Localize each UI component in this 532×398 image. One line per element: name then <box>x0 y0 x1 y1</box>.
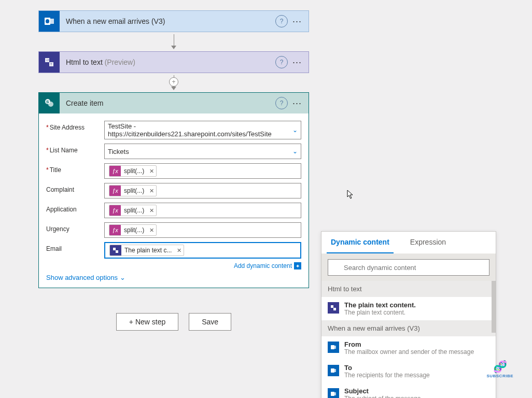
remove-token-icon[interactable]: ✕ <box>147 227 156 234</box>
connector-arrow <box>38 32 309 51</box>
sparkle-icon: ✦ <box>294 262 301 269</box>
svg-rect-19 <box>334 392 336 395</box>
dynamic-item-subject[interactable]: Subject The subject of the message <box>321 383 496 398</box>
svg-rect-16 <box>331 368 334 373</box>
show-advanced-options[interactable]: Show advanced options ⌄ <box>46 269 125 282</box>
save-button[interactable]: Save <box>189 313 231 331</box>
label-complaint: Complaint <box>46 183 104 193</box>
expression-token[interactable]: ƒxsplit(...)✕ <box>109 185 157 196</box>
svg-rect-2 <box>50 19 54 24</box>
sharepoint-icon: S <box>39 93 60 113</box>
svg-rect-10 <box>113 248 116 250</box>
label-list-name: List Name <box>46 144 104 154</box>
svg-text:</>: </> <box>46 59 51 62</box>
search-dynamic-content-input[interactable] <box>328 259 489 276</box>
svg-rect-12 <box>331 305 333 308</box>
help-icon[interactable]: ? <box>275 97 288 109</box>
more-icon[interactable]: ··· <box>290 97 304 109</box>
scrollbar[interactable] <box>492 281 496 333</box>
connector-arrow: + <box>38 73 309 92</box>
chevron-down-icon: ⌄ <box>120 274 125 281</box>
outlook-icon <box>39 11 60 32</box>
chevron-down-icon: ⌄ <box>292 126 298 134</box>
tab-expression[interactable]: Expression <box>406 232 450 253</box>
create-item-title: Create item <box>60 99 275 107</box>
help-icon[interactable]: ? <box>275 15 288 27</box>
email-field[interactable]: The plain text c...✕ <box>104 242 301 259</box>
urgency-field[interactable]: ƒxsplit(...)✕ <box>104 222 301 238</box>
expression-token[interactable]: ƒxsplit(...)✕ <box>109 165 157 177</box>
remove-token-icon[interactable]: ✕ <box>147 168 156 175</box>
more-icon[interactable]: ··· <box>290 15 304 27</box>
svg-text:S: S <box>46 100 49 104</box>
dynamic-token[interactable]: The plain text c...✕ <box>109 245 184 256</box>
insert-step-button[interactable]: + <box>169 77 178 87</box>
trigger-card[interactable]: When a new email arrives (V3) ? ··· <box>38 10 309 32</box>
svg-rect-14 <box>331 345 334 349</box>
complaint-field[interactable]: ƒxsplit(...)✕ <box>104 183 301 198</box>
site-address-select[interactable]: TestSite - https://citizenbuilders221.sh… <box>104 121 301 139</box>
dynamic-content-panel: Dynamic content Expression 🔍 Html to tex… <box>321 231 496 398</box>
svg-rect-1 <box>46 19 49 23</box>
more-icon[interactable]: ··· <box>290 56 304 68</box>
svg-rect-17 <box>334 369 336 372</box>
htmltotext-card[interactable]: </>T Html to text (Preview) ? ··· <box>38 51 309 73</box>
dynamic-item-plaintext[interactable]: The plain text content. The plain text c… <box>321 297 496 320</box>
label-title: Title <box>46 163 104 174</box>
help-icon[interactable]: ? <box>275 56 288 68</box>
remove-token-icon[interactable]: ✕ <box>175 247 184 254</box>
remove-token-icon[interactable]: ✕ <box>147 207 156 214</box>
label-application: Application <box>46 203 104 213</box>
list-name-select[interactable]: Tickets ⌄ <box>104 144 301 159</box>
application-field[interactable]: ƒxsplit(...)✕ <box>104 203 301 218</box>
svg-text:T: T <box>50 63 52 66</box>
label-urgency: Urgency <box>46 222 104 233</box>
svg-rect-15 <box>334 346 336 349</box>
svg-point-8 <box>48 102 53 107</box>
label-email: Email <box>46 242 104 252</box>
create-item-card: S Create item ? ··· Site Address TestSit… <box>38 92 309 288</box>
svg-rect-18 <box>331 392 334 396</box>
tab-dynamic-content[interactable]: Dynamic content <box>327 232 394 253</box>
title-field[interactable]: ƒxsplit(...)✕ <box>104 163 301 179</box>
outlook-icon <box>328 365 339 376</box>
htmltotext-icon <box>328 302 339 314</box>
chevron-down-icon: ⌄ <box>292 148 298 155</box>
dynamic-item-to[interactable]: To The recipients for the message <box>321 360 496 383</box>
label-site-address: Site Address <box>46 121 104 131</box>
group-header: Html to text <box>321 281 496 297</box>
add-dynamic-content-link[interactable]: Add dynamic content ✦ <box>234 262 301 269</box>
outlook-icon <box>328 342 339 353</box>
remove-token-icon[interactable]: ✕ <box>147 188 156 194</box>
outlook-icon <box>328 388 339 398</box>
dynamic-item-from[interactable]: From The mailbox owner and sender of the… <box>321 336 496 360</box>
expression-token[interactable]: ƒxsplit(...)✕ <box>109 224 157 236</box>
group-header: When a new email arrives (V3) <box>321 320 496 336</box>
expression-token[interactable]: ƒxsplit(...)✕ <box>109 205 157 216</box>
svg-rect-13 <box>333 308 336 310</box>
new-step-button[interactable]: + New step <box>116 313 178 331</box>
htmltotext-title: Html to text (Preview) <box>60 58 275 66</box>
htmltotext-icon: </>T <box>39 52 60 73</box>
svg-rect-11 <box>116 250 118 253</box>
trigger-title: When a new email arrives (V3) <box>60 17 275 25</box>
